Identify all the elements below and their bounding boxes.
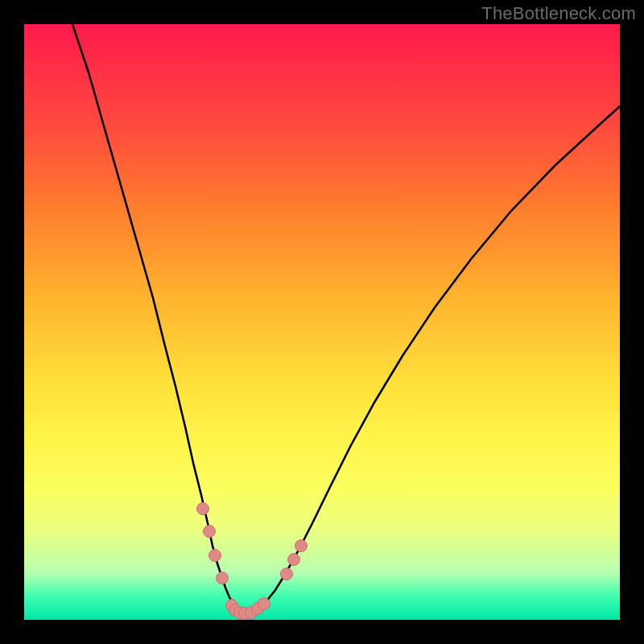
watermark-text: TheBottleneck.com bbox=[481, 3, 636, 24]
data-point bbox=[287, 553, 300, 566]
right-curve bbox=[246, 106, 620, 613]
data-point bbox=[196, 502, 209, 515]
data-point bbox=[203, 525, 216, 538]
data-point bbox=[208, 549, 221, 562]
data-point bbox=[280, 568, 293, 580]
data-point bbox=[258, 597, 270, 610]
curve-layer bbox=[24, 24, 620, 620]
data-point bbox=[216, 572, 229, 584]
plot-area bbox=[24, 24, 620, 620]
left-curve bbox=[72, 24, 246, 613]
data-point bbox=[295, 539, 308, 552]
chart-frame: TheBottleneck.com bbox=[0, 0, 644, 644]
